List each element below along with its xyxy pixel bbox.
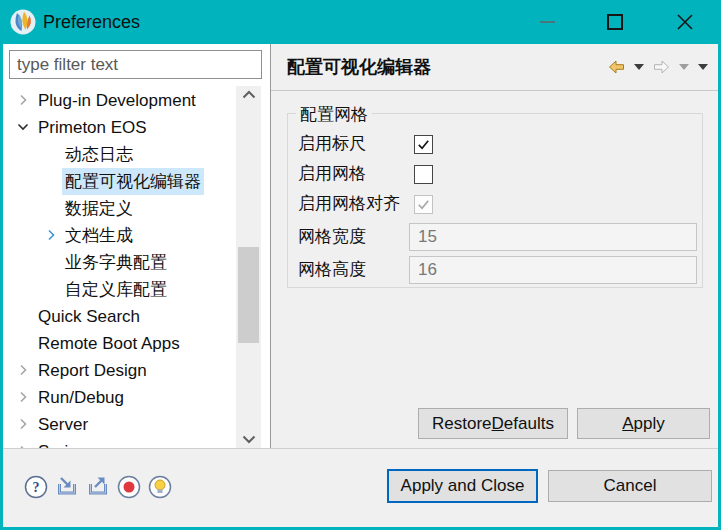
chevron-right-icon[interactable] xyxy=(15,362,31,378)
page-title: 配置可视化编辑器 xyxy=(287,44,431,90)
help-button[interactable]: ? xyxy=(24,475,48,499)
minimize-icon xyxy=(540,21,555,23)
tree-item-label: 配置可视化编辑器 xyxy=(62,168,204,195)
tree-item-label: Plug-in Development xyxy=(38,87,196,114)
forward-icon xyxy=(653,60,670,74)
chevron-right-icon[interactable] xyxy=(15,416,31,432)
grid-height-field xyxy=(409,256,697,284)
window-title: Preferences xyxy=(43,0,140,44)
tree-item-label: Quick Search xyxy=(38,303,140,330)
chevron-right-icon[interactable] xyxy=(15,389,31,405)
preferences-dialog: Preferences Plug-in DevelopmentPrimeton … xyxy=(0,0,721,530)
tree-item-1[interactable]: Primeton EOS xyxy=(3,114,239,141)
hint-button[interactable] xyxy=(148,475,172,499)
tree-item-label: Remote Boot Apps xyxy=(38,330,180,357)
filter-input[interactable] xyxy=(9,50,262,79)
minimize-button[interactable] xyxy=(524,0,570,44)
tree-item-3[interactable]: 配置可视化编辑器 xyxy=(3,168,239,195)
snap-to-grid-checkbox xyxy=(414,195,433,214)
back-button[interactable] xyxy=(608,60,625,74)
tree-item-9[interactable]: Remote Boot Apps xyxy=(3,330,239,357)
sidebar: Plug-in DevelopmentPrimeton EOS动态日志配置可视化… xyxy=(3,44,270,448)
tree-item-label: Spring xyxy=(38,438,87,448)
tree-item-label: 自定义库配置 xyxy=(65,276,167,303)
tree-item-label: 动态日志 xyxy=(65,141,133,168)
close-button[interactable] xyxy=(662,0,708,44)
forward-history-button xyxy=(679,64,689,70)
close-icon xyxy=(675,12,695,32)
back-icon xyxy=(608,60,625,74)
restore-defaults-button[interactable]: Restore Defaults xyxy=(418,408,568,439)
tree-item-8[interactable]: Quick Search xyxy=(3,303,239,330)
tree-item-6[interactable]: 业务字典配置 xyxy=(3,249,239,276)
header-separator xyxy=(271,90,718,91)
tree-item-label: Server xyxy=(38,411,88,438)
tree-item-13[interactable]: Spring xyxy=(3,438,239,448)
enable-grid-label: 启用网格 xyxy=(298,164,366,184)
button-label: A xyxy=(622,414,633,434)
enable-ruler-label: 启用标尺 xyxy=(298,134,366,154)
group-title: 配置网格 xyxy=(296,103,372,126)
tree-item-label: 业务字典配置 xyxy=(65,249,167,276)
tree-item-11[interactable]: Run/Debug xyxy=(3,384,239,411)
svg-text:?: ? xyxy=(33,480,40,495)
tree-item-10[interactable]: Report Design xyxy=(3,357,239,384)
chevron-up-icon xyxy=(242,90,256,99)
tree-scrollbar[interactable] xyxy=(236,86,261,448)
checkmark-icon xyxy=(416,197,431,212)
grid-settings-group: 配置网格 启用标尺 启用网格 启用网格对齐 网格宽度 网格高度 xyxy=(287,113,703,288)
tree-item-4[interactable]: 数据定义 xyxy=(3,195,239,222)
back-dropdown-icon xyxy=(634,64,644,70)
titlebar: Preferences xyxy=(0,0,721,44)
preference-tree: Plug-in DevelopmentPrimeton EOS动态日志配置可视化… xyxy=(3,87,239,448)
grid-width-label: 网格宽度 xyxy=(298,227,366,247)
back-history-button[interactable] xyxy=(634,64,644,70)
help-icon: ? xyxy=(24,475,48,499)
tree-item-label: Report Design xyxy=(38,357,147,384)
import-button[interactable] xyxy=(55,475,79,499)
enable-ruler-checkbox[interactable] xyxy=(414,135,433,154)
maximize-icon xyxy=(607,14,623,30)
button-label: efaults xyxy=(504,414,554,434)
dialog-footer: ? xyxy=(3,449,718,527)
preference-page: 配置可视化编辑器 xyxy=(271,44,718,448)
chevron-down-icon xyxy=(242,435,256,444)
cancel-button[interactable]: Cancel xyxy=(548,470,712,502)
import-icon xyxy=(55,475,79,499)
checkmark-icon xyxy=(416,137,431,152)
scroll-up-button[interactable] xyxy=(236,86,261,103)
tree-item-12[interactable]: Server xyxy=(3,411,239,438)
chevron-right-icon[interactable] xyxy=(43,227,59,243)
tree-item-5[interactable]: 文档生成 xyxy=(3,222,239,249)
tree-item-label: Run/Debug xyxy=(38,384,124,411)
grid-width-field xyxy=(409,223,697,251)
record-icon xyxy=(117,475,141,499)
button-label: D xyxy=(492,414,504,434)
tree-item-label: 数据定义 xyxy=(65,195,133,222)
tree-item-7[interactable]: 自定义库配置 xyxy=(3,276,239,303)
export-icon xyxy=(86,475,110,499)
scroll-down-button[interactable] xyxy=(236,431,261,448)
enable-grid-checkbox[interactable] xyxy=(414,165,433,184)
page-header: 配置可视化编辑器 xyxy=(271,44,718,90)
button-label: Restore xyxy=(432,414,492,434)
export-button[interactable] xyxy=(86,475,110,499)
page-toolbar xyxy=(608,44,708,90)
scrollbar-thumb[interactable] xyxy=(238,247,259,343)
app-logo-icon xyxy=(10,9,36,35)
view-menu-button[interactable] xyxy=(698,64,708,70)
apply-and-close-button[interactable]: Apply and Close xyxy=(387,469,538,503)
snap-to-grid-label: 启用网格对齐 xyxy=(298,194,400,214)
chevron-down-icon[interactable] xyxy=(15,119,31,135)
tree-item-2[interactable]: 动态日志 xyxy=(3,141,239,168)
chevron-right-icon[interactable] xyxy=(15,92,31,108)
apply-button[interactable]: Apply xyxy=(577,408,710,439)
grid-height-label: 网格高度 xyxy=(298,260,366,280)
tree-item-0[interactable]: Plug-in Development xyxy=(3,87,239,114)
button-label: pply xyxy=(634,414,665,434)
record-button[interactable] xyxy=(117,475,141,499)
lightbulb-icon xyxy=(148,475,172,499)
tree-item-label: 文档生成 xyxy=(65,222,133,249)
maximize-button[interactable] xyxy=(592,0,638,44)
tree-item-label: Primeton EOS xyxy=(38,114,147,141)
